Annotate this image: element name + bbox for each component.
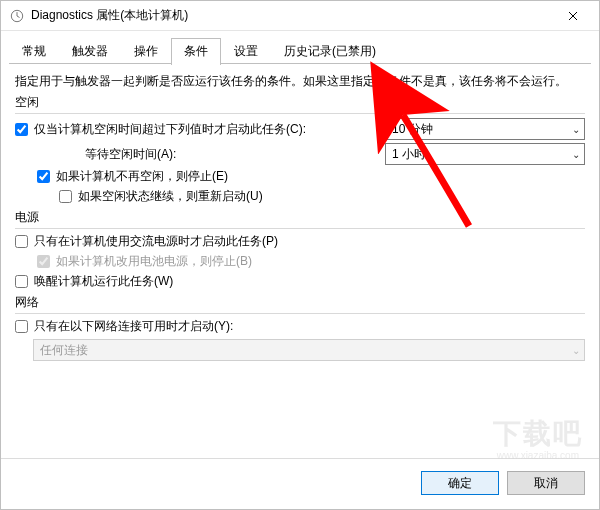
stop-on-battery-checkbox xyxy=(37,255,50,268)
tab-general[interactable]: 常规 xyxy=(9,38,59,65)
close-icon xyxy=(568,8,578,24)
chevron-down-icon: ⌄ xyxy=(572,124,580,135)
watermark-text: 下载吧 xyxy=(493,415,583,453)
cancel-button[interactable]: 取消 xyxy=(507,471,585,495)
stop-on-cease-checkbox[interactable] xyxy=(37,170,50,183)
stop-on-battery-label: 如果计算机改用电池电源，则停止(B) xyxy=(56,253,252,270)
tab-actions[interactable]: 操作 xyxy=(121,38,171,65)
tab-conditions[interactable]: 条件 xyxy=(171,38,221,65)
panel-description: 指定用于与触发器一起判断是否应运行该任务的条件。如果这里指定的条件不是真，该任务… xyxy=(15,72,585,90)
idle-duration-dropdown[interactable]: 10 分钟 ⌄ xyxy=(385,118,585,140)
idle-duration-value: 10 分钟 xyxy=(392,121,433,138)
divider xyxy=(1,458,599,459)
conditions-panel: 指定用于与触发器一起判断是否应运行该任务的条件。如果这里指定的条件不是真，该任务… xyxy=(1,64,599,361)
wake-row: 唤醒计算机运行此任务(W) xyxy=(15,273,585,290)
window-title: Diagnostics 属性(本地计算机) xyxy=(31,7,553,24)
restart-on-idle-label: 如果空闲状态继续，则重新启动(U) xyxy=(78,188,263,205)
restart-on-idle-row: 如果空闲状态继续，则重新启动(U) xyxy=(15,188,585,205)
network-only-checkbox[interactable] xyxy=(15,320,28,333)
stop-on-cease-label: 如果计算机不再空闲，则停止(E) xyxy=(56,168,228,185)
clock-icon xyxy=(9,8,25,24)
idle-wait-label: 等待空闲时间(A): xyxy=(85,146,176,163)
network-dropdown: 任何连接 ⌄ xyxy=(33,339,585,361)
dialog-window: Diagnostics 属性(本地计算机) 常规 触发器 操作 条件 设置 历史… xyxy=(0,0,600,510)
stop-on-battery-row: 如果计算机改用电池电源，则停止(B) xyxy=(15,253,585,270)
network-only-row: 只有在以下网络连接可用时才启动(Y): xyxy=(15,318,585,335)
divider xyxy=(15,113,585,114)
wake-label: 唤醒计算机运行此任务(W) xyxy=(34,273,173,290)
stop-on-cease-row: 如果计算机不再空闲，则停止(E) xyxy=(15,168,585,185)
section-network-label: 网络 xyxy=(15,294,585,311)
divider xyxy=(15,313,585,314)
idle-wait-dropdown[interactable]: 1 小时 ⌄ xyxy=(385,143,585,165)
idle-wait-row: 等待空闲时间(A): 1 小时 ⌄ xyxy=(15,143,585,165)
wake-checkbox[interactable] xyxy=(15,275,28,288)
divider xyxy=(15,228,585,229)
tabstrip: 常规 触发器 操作 条件 设置 历史记录(已禁用) xyxy=(1,31,599,64)
network-dropdown-row: 任何连接 ⌄ xyxy=(15,339,585,361)
chevron-down-icon: ⌄ xyxy=(572,149,580,160)
idle-start-label: 仅当计算机空闲时间超过下列值时才启动此任务(C): xyxy=(34,121,306,138)
close-button[interactable] xyxy=(553,3,593,29)
ac-only-checkbox[interactable] xyxy=(15,235,28,248)
ok-button[interactable]: 确定 xyxy=(421,471,499,495)
dialog-buttons: 确定 取消 xyxy=(421,471,585,495)
idle-wait-value: 1 小时 xyxy=(392,146,426,163)
tab-triggers[interactable]: 触发器 xyxy=(59,38,121,65)
titlebar: Diagnostics 属性(本地计算机) xyxy=(1,1,599,31)
restart-on-idle-checkbox[interactable] xyxy=(59,190,72,203)
watermark-sub: www.xiazaiba.com xyxy=(497,450,579,461)
tab-settings[interactable]: 设置 xyxy=(221,38,271,65)
idle-start-checkbox[interactable] xyxy=(15,123,28,136)
ac-only-row: 只有在计算机使用交流电源时才启动此任务(P) xyxy=(15,233,585,250)
idle-start-row: 仅当计算机空闲时间超过下列值时才启动此任务(C): 10 分钟 ⌄ xyxy=(15,118,585,140)
section-idle-label: 空闲 xyxy=(15,94,585,111)
network-only-label: 只有在以下网络连接可用时才启动(Y): xyxy=(34,318,233,335)
section-power-label: 电源 xyxy=(15,209,585,226)
chevron-down-icon: ⌄ xyxy=(572,345,580,356)
tab-history[interactable]: 历史记录(已禁用) xyxy=(271,38,389,65)
ac-only-label: 只有在计算机使用交流电源时才启动此任务(P) xyxy=(34,233,278,250)
network-dropdown-value: 任何连接 xyxy=(40,342,88,359)
